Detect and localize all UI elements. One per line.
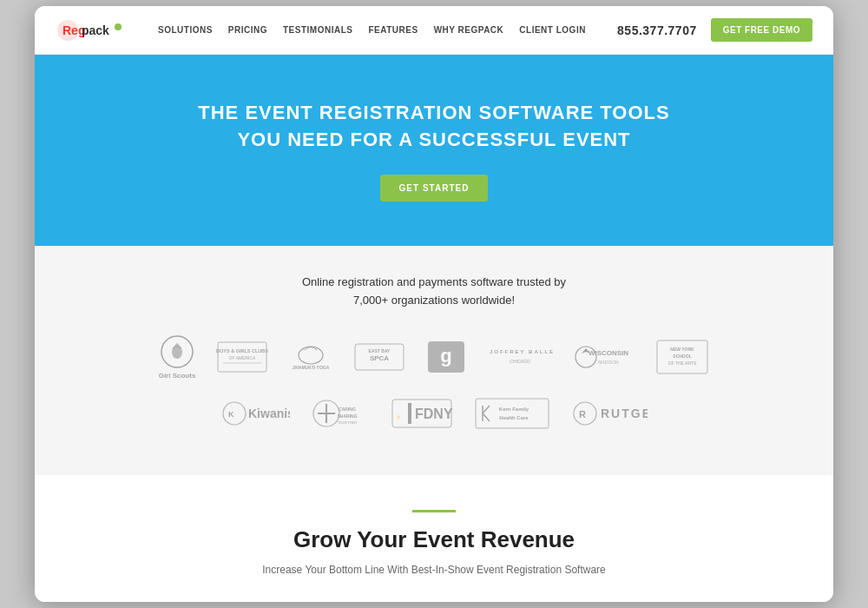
- logo-kern-family: Kern Family Health Care: [474, 397, 550, 430]
- svg-point-25: [223, 402, 246, 425]
- logos-row-1: Girl Scouts BOYS & GIRLS CLUBS OF AMERIC…: [56, 334, 812, 380]
- svg-text:JIVAMUKTI YOGA: JIVAMUKTI YOGA: [293, 365, 330, 370]
- grow-title: Grow Your Event Revenue: [56, 526, 812, 553]
- get-started-button[interactable]: GET STARTED: [380, 175, 489, 202]
- logo-rutgers: R RUTGERS: [571, 398, 648, 429]
- logo[interactable]: Reg pack: [56, 18, 134, 43]
- svg-text:OF AMERICA: OF AMERICA: [229, 355, 257, 360]
- nav-solutions[interactable]: SOLUTIONS: [158, 25, 213, 35]
- nav-right: 855.377.7707 GET FREE DEMO: [617, 18, 812, 42]
- hero-title: THE EVENT REGISTRATION SOFTWARE TOOLS YO…: [174, 100, 694, 154]
- trusted-section: Online registration and payments softwar…: [35, 246, 833, 475]
- logo-kiwanis: K Kiwanis: [220, 398, 290, 429]
- svg-text:g: g: [441, 345, 452, 367]
- svg-text:Kiwanis: Kiwanis: [248, 406, 290, 420]
- nav-testimonials[interactable]: TESTIMONIALS: [283, 25, 352, 35]
- svg-text:SCHOOL: SCHOOL: [674, 354, 692, 359]
- svg-text:✦ JOFFREY BALLET: ✦ JOFFREY BALLET: [487, 349, 553, 354]
- svg-text:TOGETHER: TOGETHER: [338, 420, 357, 425]
- svg-text:K: K: [228, 410, 234, 419]
- svg-text:pack: pack: [82, 23, 109, 37]
- svg-text:SHARING: SHARING: [337, 413, 357, 419]
- browser-frame: Reg pack SOLUTIONS PRICING TESTIMONIALS …: [35, 6, 833, 602]
- logo-fdny: ⚡ FDNY: [391, 398, 453, 429]
- grow-section: Grow Your Event Revenue Increase Your Bo…: [35, 475, 833, 602]
- logo-east-bay-spca: EAST BAY SPCA: [353, 340, 405, 373]
- svg-point-9: [299, 347, 323, 364]
- svg-text:RUTGERS: RUTGERS: [601, 406, 648, 420]
- svg-text:WISCONSIN: WISCONSIN: [589, 349, 628, 357]
- svg-text:Kern Family: Kern Family: [499, 406, 529, 412]
- hero-section: THE EVENT REGISTRATION SOFTWARE TOOLS YO…: [35, 55, 833, 246]
- svg-text:FDNY: FDNY: [415, 406, 453, 421]
- svg-text:NEW YORK: NEW YORK: [671, 347, 695, 352]
- svg-text:CHICAGO: CHICAGO: [510, 359, 530, 364]
- trusted-text: Online registration and payments softwar…: [56, 274, 812, 310]
- nav-client-login[interactable]: CLIENT LOGIN: [519, 25, 586, 35]
- nav-links: SOLUTIONS PRICING TESTIMONIALS FEATURES …: [158, 25, 617, 35]
- free-demo-button[interactable]: GET FREE DEMO: [711, 18, 812, 42]
- svg-rect-36: [476, 399, 549, 428]
- nav-why-regpack[interactable]: WHY REGPACK: [434, 25, 504, 35]
- logo-boys-girls-clubs: BOYS & GIRLS CLUBS OF AMERICA: [216, 340, 268, 373]
- phone-number: 855.377.7707: [617, 23, 697, 37]
- green-divider: [412, 510, 456, 512]
- navbar: Reg pack SOLUTIONS PRICING TESTIMONIALS …: [35, 6, 833, 55]
- svg-text:CARING: CARING: [339, 406, 356, 412]
- svg-text:MADISON: MADISON: [599, 360, 620, 365]
- svg-text:EAST BAY: EAST BAY: [369, 348, 391, 354]
- nav-pricing[interactable]: PRICING: [228, 25, 267, 35]
- logo-goodwill: g: [426, 340, 466, 374]
- svg-text:SPCA: SPCA: [370, 354, 389, 362]
- logo-nysa: NEW YORK SCHOOL OF THE ARTS: [655, 339, 709, 375]
- logo-girl-scouts: Girl Scouts: [159, 334, 196, 380]
- svg-text:OF THE ARTS: OF THE ARTS: [668, 360, 697, 366]
- svg-point-3: [115, 23, 122, 30]
- svg-text:⚡: ⚡: [396, 414, 402, 420]
- grow-subtitle: Increase Your Bottom Line With Best-In-S…: [56, 564, 812, 576]
- logo-wisconsin: WISCONSIN MADISON: [574, 340, 635, 374]
- svg-text:Health Care: Health Care: [499, 415, 529, 420]
- logos-row-2: K Kiwanis CARING SHARING TOGETHER: [56, 397, 812, 430]
- logo-salvation-army: CARING SHARING TOGETHER: [311, 397, 370, 430]
- svg-marker-33: [408, 403, 411, 424]
- svg-text:R: R: [579, 409, 586, 420]
- svg-text:BOYS & GIRLS CLUBS: BOYS & GIRLS CLUBS: [216, 348, 268, 354]
- logo-jivamukti: JIVAMUKTI YOGA: [289, 340, 332, 374]
- nav-features[interactable]: FEATURES: [368, 25, 418, 35]
- logo-joffrey-ballet: ✦ JOFFREY BALLET CHICAGO: [487, 340, 553, 373]
